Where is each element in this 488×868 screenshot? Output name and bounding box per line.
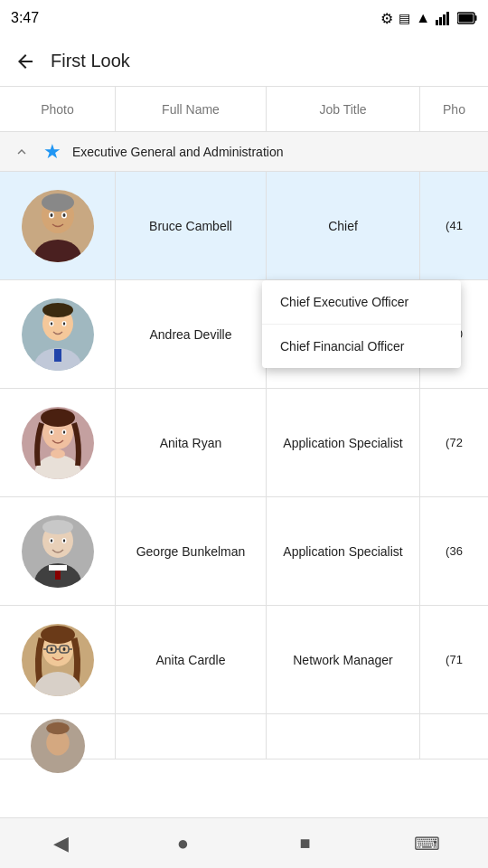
svg-rect-3 xyxy=(446,12,449,25)
table-row[interactable]: George Bunkelman Application Specialist … xyxy=(0,497,488,606)
sd-card-icon: ▤ xyxy=(399,11,410,25)
svg-rect-2 xyxy=(443,14,446,25)
svg-point-27 xyxy=(50,430,52,434)
svg-rect-0 xyxy=(436,20,438,25)
status-icons: ⚙ ▤ ▲ xyxy=(380,10,477,27)
dropdown-item-ceo[interactable]: Chief Executive Officer xyxy=(262,280,461,325)
name-cell-partial xyxy=(116,714,267,759)
phone-cell-bruce: (41 xyxy=(420,172,488,279)
nav-home-icon: ● xyxy=(177,832,189,855)
svg-rect-38 xyxy=(49,565,67,571)
phone-cell-george: (36 xyxy=(420,497,488,605)
avatar-anita-c-img xyxy=(22,624,94,696)
nav-back-button[interactable]: ◀ xyxy=(34,818,89,869)
avatar-andrea xyxy=(22,298,94,371)
nav-recents-button[interactable]: ■ xyxy=(278,818,333,869)
svg-point-40 xyxy=(41,626,75,644)
avatar-anita-r-img xyxy=(22,407,94,479)
svg-rect-21 xyxy=(54,349,61,362)
svg-point-29 xyxy=(51,449,65,458)
avatar-partial-img xyxy=(31,719,85,773)
svg-point-23 xyxy=(34,455,81,479)
svg-point-8 xyxy=(42,193,74,212)
chevron-up-icon xyxy=(14,144,30,160)
settings-icon: ⚙ xyxy=(380,10,393,27)
nav-recents-icon: ■ xyxy=(299,833,310,854)
signal-icon xyxy=(436,11,452,25)
dropdown-item-cfo[interactable]: Chief Financial Officer xyxy=(262,325,461,368)
avatar-partial xyxy=(31,719,85,773)
jobtitle-cell-george[interactable]: Application Specialist xyxy=(267,497,420,605)
photo-cell-george xyxy=(0,497,116,605)
name-cell-bruce: Bruce Cambell xyxy=(116,172,267,279)
app-title: First Look xyxy=(51,51,130,71)
svg-point-35 xyxy=(50,539,52,542)
group-label: Executive General and Administration xyxy=(72,145,283,159)
jobtitle-cell-partial xyxy=(267,714,420,759)
name-cell-anita-r: Anita Ryan xyxy=(116,389,267,496)
svg-point-48 xyxy=(62,647,65,651)
back-icon xyxy=(14,51,36,72)
svg-point-20 xyxy=(62,322,64,326)
app-bar: First Look xyxy=(0,36,488,87)
svg-point-16 xyxy=(42,303,73,317)
name-cell-anita-c: Anita Cardle xyxy=(116,606,267,713)
svg-point-12 xyxy=(50,213,52,217)
avatar-bruce-img xyxy=(22,190,94,262)
svg-rect-6 xyxy=(459,14,474,23)
nav-keyboard-icon: ⌨ xyxy=(414,833,440,854)
avatar-bruce xyxy=(22,190,94,262)
battery-icon xyxy=(457,12,477,24)
nav-keyboard-button[interactable]: ⌨ xyxy=(400,818,455,869)
dropdown-popup: Chief Executive Officer Chief Financial … xyxy=(262,280,461,368)
avatar-george-img xyxy=(22,515,94,588)
avatar-andrea-img xyxy=(22,298,94,371)
col-header-jobtitle: Job Title xyxy=(267,87,420,131)
table-body: Bruce Cambell Chief (41 Chief Executive … xyxy=(0,172,488,760)
nav-back-icon: ◀ xyxy=(53,832,69,855)
jobtitle-cell-anita-r[interactable]: Application Specialist xyxy=(267,389,420,496)
photo-cell-anita-c xyxy=(0,606,116,713)
table-row[interactable]: Anita Ryan Application Specialist (72 xyxy=(0,389,488,497)
svg-point-9 xyxy=(34,240,81,262)
svg-point-31 xyxy=(42,520,73,534)
name-cell-george: George Bunkelman xyxy=(116,497,267,605)
svg-point-19 xyxy=(50,322,52,326)
avatar-anita-r xyxy=(22,407,94,479)
photo-cell-andrea xyxy=(0,280,116,388)
status-time: 3:47 xyxy=(11,10,39,26)
phone-cell-partial xyxy=(420,714,488,759)
group-header: ★ Executive General and Administration xyxy=(0,132,488,172)
jobtitle-cell-anita-c[interactable]: Network Manager xyxy=(267,606,420,713)
table-header: Photo Full Name Job Title Pho xyxy=(0,87,488,132)
phone-cell-anita-r: (72 xyxy=(420,389,488,496)
photo-cell-anita-r xyxy=(0,389,116,496)
svg-rect-5 xyxy=(475,15,477,21)
svg-point-28 xyxy=(62,430,64,434)
photo-cell-partial xyxy=(0,714,116,759)
collapse-button[interactable] xyxy=(11,141,33,163)
svg-point-47 xyxy=(50,647,52,651)
status-bar: 3:47 ⚙ ▤ ▲ xyxy=(0,0,488,36)
svg-point-24 xyxy=(41,409,75,427)
col-header-phone: Pho xyxy=(420,87,488,131)
back-button[interactable] xyxy=(7,43,43,80)
svg-point-13 xyxy=(62,213,65,217)
name-cell-andrea: Andrea Deville xyxy=(116,280,267,388)
svg-point-50 xyxy=(46,722,70,734)
phone-cell-anita-c: (71 xyxy=(420,606,488,713)
nav-home-button[interactable]: ● xyxy=(156,818,211,869)
table-row[interactable] xyxy=(0,714,488,760)
table-row[interactable]: Bruce Cambell Chief (41 xyxy=(0,172,488,280)
wifi-icon: ▲ xyxy=(416,10,430,26)
group-star-icon: ★ xyxy=(43,140,61,164)
jobtitle-cell-bruce[interactable]: Chief xyxy=(267,172,420,279)
svg-rect-1 xyxy=(439,17,442,25)
svg-point-36 xyxy=(62,539,64,542)
avatar-anita-c xyxy=(22,624,94,696)
col-header-photo: Photo xyxy=(0,87,116,131)
avatar-george xyxy=(22,515,94,588)
bottom-nav: ◀ ● ■ ⌨ xyxy=(0,817,488,868)
photo-cell-bruce xyxy=(0,172,116,279)
table-row[interactable]: Anita Cardle Network Manager (71 xyxy=(0,606,488,714)
